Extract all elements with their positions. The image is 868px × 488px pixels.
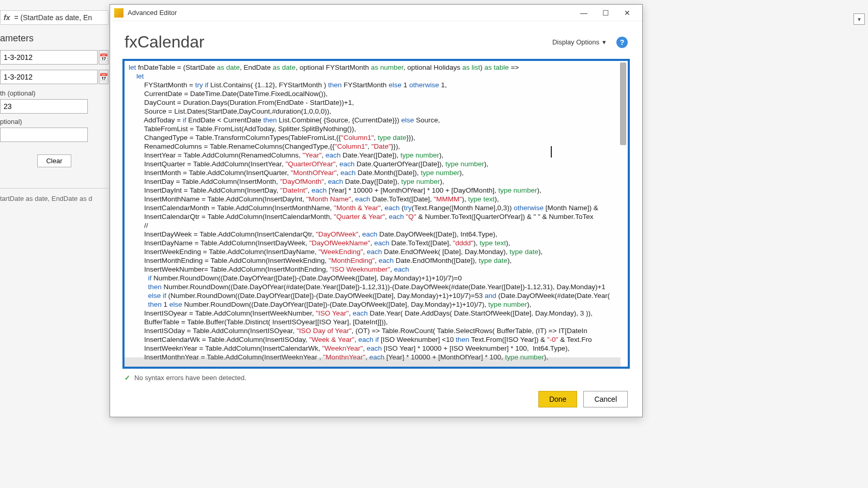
cancel-button[interactable]: Cancel <box>583 391 628 407</box>
close-button[interactable]: ✕ <box>616 5 638 21</box>
display-options-label: Display Options <box>552 38 599 46</box>
formula-text: = (StartDate as date, En <box>14 13 92 22</box>
function-signature: tartDate as date, EndDate as d <box>0 188 109 202</box>
check-icon: ✓ <box>125 374 130 382</box>
maximize-button[interactable]: ☐ <box>595 5 616 21</box>
start-date-input[interactable] <box>0 50 98 65</box>
holidays-input[interactable] <box>0 128 88 142</box>
formula-bar: fx = (StartDate as date, En <box>0 10 109 25</box>
optional-label-1: th (optional) <box>0 89 109 97</box>
parameters-heading: ameters <box>0 33 109 44</box>
syntax-status: ✓ No syntax errors have been detected. <box>110 372 642 384</box>
fy-start-month-input[interactable] <box>0 99 88 114</box>
powerbi-logo-icon <box>114 8 123 18</box>
advanced-editor-dialog: Advanced Editor — ☐ ✕ fxCalendar Display… <box>110 4 643 417</box>
title-bar: Advanced Editor — ☐ ✕ <box>110 5 642 21</box>
fx-icon: fx <box>4 13 10 22</box>
dialog-header: fxCalendar Display Options ▾ ? <box>110 21 642 57</box>
minimize-button[interactable]: — <box>573 5 595 21</box>
end-date-input[interactable] <box>0 70 98 84</box>
query-name-heading: fxCalendar <box>125 33 552 52</box>
text-cursor <box>551 146 552 158</box>
window-title: Advanced Editor <box>128 9 573 17</box>
done-button[interactable]: Done <box>538 391 577 407</box>
help-button[interactable]: ? <box>616 37 628 48</box>
parameters-panel: ameters 📅 📅 th (optional) ptional) Clear… <box>0 31 109 202</box>
formula-dropdown-button[interactable]: ▼ <box>854 13 865 25</box>
optional-label-2: ptional) <box>0 118 109 125</box>
calendar-icon[interactable]: 📅 <box>99 70 109 84</box>
chevron-down-icon: ▼ <box>857 17 862 22</box>
status-text: No syntax errors have been detected. <box>134 374 246 382</box>
code-editor[interactable]: let fnDateTable = (StartDate as date, En… <box>122 59 630 369</box>
scrollbar-thumb[interactable] <box>620 62 626 145</box>
display-options-dropdown[interactable]: Display Options ▾ <box>552 38 606 46</box>
current-line-highlight <box>125 357 621 367</box>
clear-button[interactable]: Clear <box>37 154 71 167</box>
chevron-down-icon: ▾ <box>602 38 606 46</box>
calendar-icon[interactable]: 📅 <box>99 50 109 65</box>
dialog-buttons: Done Cancel <box>110 384 642 417</box>
